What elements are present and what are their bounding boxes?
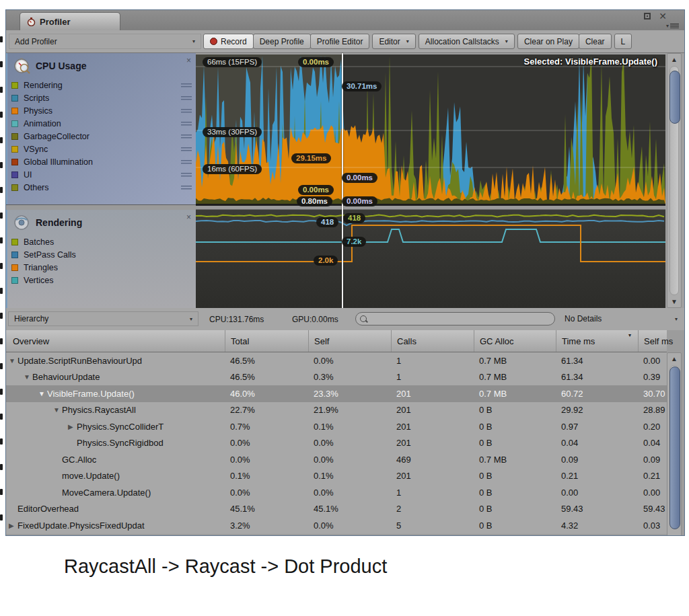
expander-icon[interactable]: ▶ [9,522,17,529]
table-row[interactable]: ▶Physics.SyncColliderT0.7%0.1%2010 B0.97… [6,418,667,435]
row-name: Physics.SyncRigidbod [77,438,164,448]
legend-label: GarbageCollector [24,132,89,141]
view-mode-dropdown[interactable]: Hierarchy ▾ [8,311,198,326]
legend-item-rendering[interactable]: Rendering [11,79,192,91]
legend-label: Physics [24,106,52,116]
scrollbar-thumb[interactable] [669,367,680,529]
table-row[interactable]: ▼Physics.RaycastAll22.7%21.9%2010 B29.92… [6,402,667,419]
charts-scrollbar[interactable]: ▲ ▼ [667,53,682,308]
drag-handle-icon[interactable] [181,96,192,100]
details-dropdown[interactable]: No Details ▾ [559,311,683,326]
expander-icon[interactable]: ▼ [9,357,17,364]
self-ms-cell: 59.43 [638,504,667,514]
search-icon [360,315,367,322]
maximize-icon[interactable] [644,13,651,20]
legend-item-garbagecollector[interactable]: GarbageCollector [11,130,192,143]
legend-item-batches[interactable]: Batches [11,235,192,248]
deep-profile-button[interactable]: Deep Profile [253,34,311,49]
table-row[interactable]: ▼BehaviourUpdate46.5%0.3%10.7 MB61.340.3… [6,369,667,386]
expander-icon[interactable]: ▼ [53,406,62,414]
search-field[interactable] [355,312,555,325]
table-row[interactable]: EditorOverhead45.1%45.1%20 B59.4359.43 [6,501,667,518]
table-row[interactable]: ▼VisibleFrame.Update()46.0%23.3%2010.7 M… [6,385,667,402]
clear-button[interactable]: Clear [579,34,612,49]
column-header-self-ms[interactable]: Self ms [638,330,673,352]
expander-icon[interactable]: ▼ [24,373,32,381]
table-scrollbar[interactable]: ▲ [667,352,682,536]
pane-divider[interactable] [6,204,196,210]
close-icon[interactable]: × [186,56,191,65]
legend-item-others[interactable]: Others [11,181,192,194]
column-header-gc-alloc[interactable]: GC Alloc [474,330,556,352]
gc-alloc-cell: 0 B [474,521,556,531]
expander-icon[interactable]: ▼ [38,390,47,397]
scrollbar-thumb[interactable] [669,71,680,124]
legend-item-global-illumination[interactable]: Global Illumination [11,155,192,168]
legend-item-setpass-calls[interactable]: SetPass Calls [11,248,192,261]
self-cell: 0.0% [308,488,391,498]
add-profiler-dropdown[interactable]: Add Profiler ▾ [9,34,201,49]
column-header-calls[interactable]: Calls [391,330,474,352]
time-ms-cell: 0.09 [556,455,638,465]
drag-handle-icon[interactable] [181,160,192,164]
table-row[interactable]: ▶FixedUpdate.PhysicsFixedUpdat3.2%0.0%50… [6,517,667,534]
tick-mark [0,363,3,369]
column-header-total[interactable]: Total [225,330,308,352]
column-header-time-ms[interactable]: Time ms▾ [556,330,638,352]
l-button[interactable]: L [614,34,632,49]
table-row[interactable]: Physics.SyncRigidbod0.0%0.0%2010 B0.040.… [6,435,667,452]
editor-button[interactable]: Editor▾ [372,34,415,49]
button-label: Record [221,37,247,46]
row-name: move.Update() [62,471,120,481]
legend-color-swatch [11,277,18,284]
drag-handle-icon[interactable] [181,122,192,126]
column-header-self[interactable]: Self [308,330,391,352]
self-cell: 0.0% [308,455,391,465]
expander-icon[interactable]: ▶ [68,423,77,430]
legend-item-vertices[interactable]: Vertices [11,274,192,286]
allocation-callstacks-button[interactable]: Allocation Callstacks▾ [419,34,515,49]
chart-plots[interactable]: 66ms (15FPS)33ms (30FPS)16ms (60FPS)0.00… [196,53,665,308]
scroll-down-icon[interactable]: ▼ [667,298,681,305]
table-row[interactable]: GC.Alloc0.0%0.0%4690.7 MB0.090.09 [6,451,667,468]
drag-handle-icon[interactable] [181,147,192,151]
table-row[interactable]: move.Update()0.1%0.1%2010 B0.210.21 [6,468,667,485]
legend-item-physics[interactable]: Physics [11,104,192,117]
profile-editor-button[interactable]: Profile Editor [310,34,370,49]
record-button[interactable]: Record [203,34,254,49]
gc-alloc-cell: 0.7 MB [474,372,556,382]
search-input[interactable] [367,313,550,324]
table-row[interactable]: ▼Update.ScriptRunBehaviourUpd46.5%0.0%10… [6,352,667,369]
drag-handle-icon[interactable] [181,109,192,113]
legend-item-ui[interactable]: UI [11,168,192,181]
drag-handle-icon[interactable] [181,134,192,139]
cpu-usage-chart[interactable] [196,54,665,204]
column-header-label: Time ms [562,336,595,346]
tab-profiler[interactable]: Profiler [20,12,120,30]
scroll-up-icon[interactable]: ▲ [667,56,681,63]
time-ms-cell: 0.21 [556,471,638,481]
scroll-up-icon[interactable]: ▲ [667,355,681,362]
value-badge: 0.80ms [297,196,332,206]
drag-handle-icon[interactable] [181,173,192,177]
calls-cell: 201 [391,471,474,481]
legend-item-animation[interactable]: Animation [11,117,192,130]
close-icon[interactable]: × [186,213,191,222]
clear-on-play-button[interactable]: Clear on Play [517,34,579,49]
legend-label: Global Illumination [24,157,93,167]
gc-alloc-cell: 0 B [474,488,556,498]
legend-item-scripts[interactable]: Scripts [11,91,192,104]
window-menu-icon[interactable]: ▾ [666,23,679,29]
table-row[interactable]: MoveCamera.Update()0.0%0.0%10 B0.000.00 [6,484,667,501]
close-icon[interactable]: ✕ [659,13,667,20]
total-cell: 0.0% [225,438,308,448]
drag-handle-icon[interactable] [181,186,192,190]
legend-item-vsync[interactable]: VSync [11,143,192,155]
legend-item-triangles[interactable]: Triangles [11,261,192,274]
drag-handle-icon[interactable] [181,83,192,87]
rendering-chart[interactable] [196,210,665,308]
tick-mark [0,414,3,420]
column-header-overview[interactable]: Overview [6,330,225,352]
page: Profiler ✕ ▾ Add Profiler ▾ RecordDeep P… [0,0,689,616]
legend-color-swatch [11,120,18,127]
